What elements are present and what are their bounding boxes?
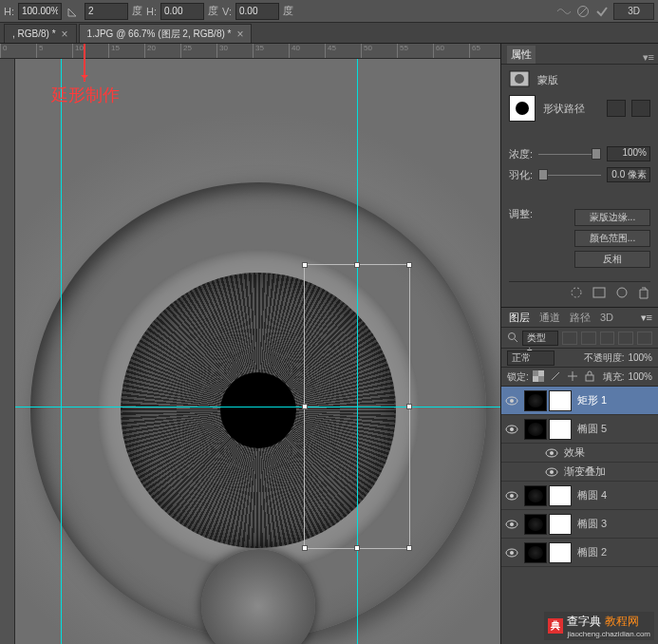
- filter-shape-icon[interactable]: [618, 331, 633, 345]
- tab-3d[interactable]: 3D: [598, 312, 615, 323]
- layer-thumb[interactable]: [524, 390, 547, 411]
- mask-thumb[interactable]: [549, 485, 572, 506]
- lock-all-icon[interactable]: [584, 370, 597, 384]
- doc-tab-1[interactable]: , RGB/8) * ×: [4, 24, 77, 43]
- artwork-center: [220, 372, 296, 448]
- filter-adjust-icon[interactable]: [581, 331, 596, 345]
- svg-point-14: [510, 399, 514, 403]
- close-icon[interactable]: ×: [62, 28, 68, 41]
- guide-horizontal[interactable]: [15, 407, 500, 407]
- fill-label: 填充:: [603, 370, 625, 384]
- visibility-icon[interactable]: [505, 423, 518, 436]
- fill-value[interactable]: 100%: [628, 371, 652, 382]
- visibility-icon[interactable]: [505, 394, 518, 407]
- scale-input[interactable]: [18, 3, 62, 20]
- layer-row[interactable]: 矩形 1: [501, 387, 658, 415]
- mask-thumb[interactable]: [549, 514, 572, 535]
- layer-row[interactable]: 效果: [501, 444, 658, 463]
- layer-name[interactable]: 椭圆 4: [577, 488, 654, 502]
- feather-slider[interactable]: [538, 169, 601, 180]
- doc-tab-2[interactable]: 1.JPG @ 66.7% (图层 2, RGB/8) * ×: [79, 24, 253, 43]
- opacity-value[interactable]: 100%: [628, 352, 652, 363]
- lock-transparent-icon[interactable]: [533, 370, 546, 384]
- watermark: 典 查字典 教程网 jiaocheng.chazidian.com: [544, 612, 654, 640]
- layer-row[interactable]: 渐变叠加: [501, 463, 658, 482]
- density-label: 浓度:: [509, 147, 533, 161]
- document-tabs: , RGB/8) * × 1.JPG @ 66.7% (图层 2, RGB/8)…: [0, 23, 658, 44]
- doc-tab-2-label: 1.JPG @ 66.7% (图层 2, RGB/8) *: [87, 28, 232, 41]
- mask-thumb[interactable]: [549, 390, 572, 411]
- tab-properties[interactable]: 属性: [507, 46, 536, 64]
- visibility-icon[interactable]: [505, 489, 518, 502]
- mask-swatch[interactable]: [509, 95, 536, 122]
- layer-name[interactable]: 矩形 1: [577, 393, 654, 407]
- search-icon[interactable]: [507, 331, 518, 345]
- vector-mask-icon[interactable]: [631, 100, 650, 117]
- canvas[interactable]: [15, 59, 500, 644]
- panel-menu-icon[interactable]: ▾≡: [643, 51, 654, 64]
- skew-h-input[interactable]: [160, 3, 204, 20]
- density-value[interactable]: 100%: [607, 146, 650, 161]
- filter-type-icon[interactable]: [600, 331, 615, 345]
- options-bar: H: 度 H: 度 V: 度 3D: [0, 0, 658, 23]
- visibility-icon[interactable]: [545, 465, 558, 479]
- density-slider[interactable]: [538, 148, 601, 160]
- visibility-icon[interactable]: [505, 546, 518, 559]
- ruler-tick: 50: [361, 44, 372, 59]
- mask-type-label: 形状路径: [543, 102, 585, 116]
- commit-icon[interactable]: [594, 4, 610, 19]
- layer-row[interactable]: 椭圆 5: [501, 415, 658, 444]
- layer-row[interactable]: 椭圆 4: [501, 482, 658, 510]
- layer-row[interactable]: 椭圆 2: [501, 539, 658, 567]
- skew-v-input[interactable]: [235, 3, 279, 20]
- apply-mask-icon[interactable]: [592, 286, 607, 301]
- ruler-horizontal[interactable]: 05101520253035404550556065: [0, 44, 500, 59]
- lock-pixels-icon[interactable]: [550, 370, 563, 384]
- color-range-button[interactable]: 颜色范围...: [574, 230, 650, 247]
- ruler-vertical[interactable]: [0, 59, 15, 644]
- effect-name[interactable]: 效果: [564, 445, 654, 460]
- tab-paths[interactable]: 路径: [568, 311, 592, 325]
- layer-row[interactable]: 椭圆 3: [501, 510, 658, 539]
- disable-mask-icon[interactable]: [614, 286, 630, 301]
- tab-layers[interactable]: 图层: [507, 311, 532, 325]
- delete-mask-icon[interactable]: [637, 286, 650, 301]
- doc-tab-1-label: , RGB/8) *: [12, 28, 56, 39]
- visibility-icon[interactable]: [505, 518, 518, 531]
- pixel-mask-icon[interactable]: [607, 100, 626, 117]
- feather-label: 羽化:: [509, 168, 533, 182]
- warp-icon[interactable]: [556, 4, 572, 19]
- layer-thumb[interactable]: [524, 514, 547, 535]
- cancel-icon[interactable]: [575, 4, 591, 19]
- filter-smart-icon[interactable]: [637, 331, 652, 345]
- load-selection-icon[interactable]: [569, 286, 584, 301]
- close-icon[interactable]: ×: [236, 28, 243, 41]
- mask-thumb[interactable]: [549, 542, 572, 563]
- 3d-button[interactable]: 3D: [613, 3, 654, 20]
- transform-bbox[interactable]: [304, 264, 410, 549]
- layer-name[interactable]: 椭圆 2: [577, 545, 654, 559]
- guide-vertical-2[interactable]: [61, 59, 62, 644]
- right-panels: 属性 ▾≡ 蒙版 形状路径 浓度: 100%: [500, 44, 658, 644]
- ruler-tick: 45: [325, 44, 336, 59]
- layer-thumb[interactable]: [524, 542, 547, 563]
- feather-value[interactable]: 0.0 像素: [607, 167, 650, 182]
- layer-thumb[interactable]: [524, 485, 547, 506]
- layer-thumb[interactable]: [524, 419, 547, 440]
- mask-edge-button[interactable]: 蒙版边缘...: [574, 209, 650, 226]
- mask-thumb[interactable]: [549, 419, 572, 440]
- angle-input[interactable]: [85, 3, 128, 20]
- lock-position-icon[interactable]: [567, 370, 580, 384]
- svg-point-3: [515, 74, 524, 84]
- effect-name[interactable]: 渐变叠加: [564, 464, 654, 479]
- filter-type-select[interactable]: 类型 ÷: [522, 331, 558, 346]
- h-unit: 度: [208, 4, 218, 18]
- panel-menu-icon[interactable]: ▾≡: [641, 312, 652, 324]
- filter-pixel-icon[interactable]: [562, 331, 577, 345]
- visibility-icon[interactable]: [545, 446, 558, 460]
- layer-name[interactable]: 椭圆 3: [577, 517, 654, 531]
- tab-channels[interactable]: 通道: [537, 311, 562, 325]
- layer-name[interactable]: 椭圆 5: [577, 422, 654, 436]
- blend-mode-select[interactable]: 正常: [507, 350, 555, 366]
- invert-button[interactable]: 反相: [574, 251, 650, 268]
